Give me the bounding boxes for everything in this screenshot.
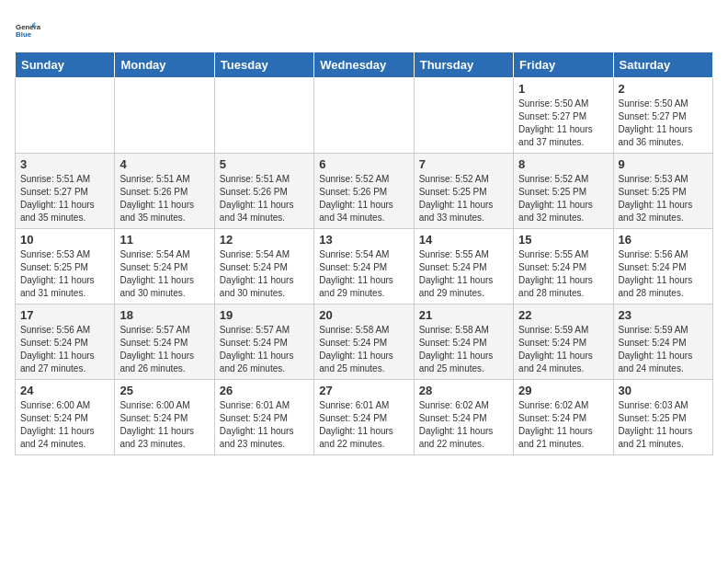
calendar-day-cell: 27Sunrise: 6:01 AM Sunset: 5:24 PM Dayli… xyxy=(314,380,414,455)
calendar-day-cell: 10Sunrise: 5:53 AM Sunset: 5:25 PM Dayli… xyxy=(16,229,115,304)
calendar-day-cell: 2Sunrise: 5:50 AM Sunset: 5:27 PM Daylig… xyxy=(613,78,712,154)
day-number: 30 xyxy=(619,384,708,397)
day-info: Sunrise: 6:02 AM Sunset: 5:24 PM Dayligh… xyxy=(419,399,508,451)
calendar-day-cell: 13Sunrise: 5:54 AM Sunset: 5:24 PM Dayli… xyxy=(314,229,414,304)
calendar-header-row: SundayMondayTuesdayWednesdayThursdayFrid… xyxy=(16,52,713,78)
day-number: 18 xyxy=(119,308,209,322)
day-info: Sunrise: 6:02 AM Sunset: 5:24 PM Dayligh… xyxy=(518,399,608,451)
day-number: 25 xyxy=(119,384,209,397)
calendar-day-cell xyxy=(115,78,214,154)
day-number: 22 xyxy=(518,308,608,322)
day-number: 15 xyxy=(518,233,608,247)
logo: General Blue xyxy=(15,15,44,40)
svg-text:Blue: Blue xyxy=(16,30,32,39)
calendar-day-cell: 28Sunrise: 6:02 AM Sunset: 5:24 PM Dayli… xyxy=(414,380,513,455)
day-info: Sunrise: 5:59 AM Sunset: 5:24 PM Dayligh… xyxy=(518,324,608,375)
day-number: 6 xyxy=(319,157,408,171)
day-number: 19 xyxy=(220,308,309,322)
calendar-day-cell xyxy=(214,78,313,154)
day-number: 17 xyxy=(20,308,109,322)
calendar-day-cell xyxy=(414,78,513,154)
calendar-week-row: 1Sunrise: 5:50 AM Sunset: 5:27 PM Daylig… xyxy=(16,78,713,154)
day-info: Sunrise: 5:56 AM Sunset: 5:24 PM Dayligh… xyxy=(20,324,109,375)
day-number: 3 xyxy=(20,157,109,171)
weekday-header: Tuesday xyxy=(214,52,313,78)
day-info: Sunrise: 5:53 AM Sunset: 5:25 PM Dayligh… xyxy=(20,248,109,300)
calendar-day-cell: 24Sunrise: 6:00 AM Sunset: 5:24 PM Dayli… xyxy=(16,380,115,455)
calendar-day-cell: 16Sunrise: 5:56 AM Sunset: 5:24 PM Dayli… xyxy=(613,229,712,304)
calendar-day-cell: 19Sunrise: 5:57 AM Sunset: 5:24 PM Dayli… xyxy=(214,304,313,380)
day-number: 14 xyxy=(419,233,508,247)
weekday-header: Monday xyxy=(115,52,214,78)
day-number: 13 xyxy=(319,233,408,247)
calendar-week-row: 10Sunrise: 5:53 AM Sunset: 5:25 PM Dayli… xyxy=(16,229,713,304)
day-number: 23 xyxy=(619,308,708,322)
weekday-header: Saturday xyxy=(613,52,712,78)
weekday-header: Friday xyxy=(514,52,613,78)
calendar-day-cell: 6Sunrise: 5:52 AM Sunset: 5:26 PM Daylig… xyxy=(314,154,414,229)
day-number: 11 xyxy=(119,233,209,247)
calendar-week-row: 24Sunrise: 6:00 AM Sunset: 5:24 PM Dayli… xyxy=(16,380,713,455)
page-header: General Blue xyxy=(15,15,713,40)
calendar-day-cell: 20Sunrise: 5:58 AM Sunset: 5:24 PM Dayli… xyxy=(314,304,414,380)
day-number: 29 xyxy=(518,384,608,397)
day-info: Sunrise: 5:56 AM Sunset: 5:24 PM Dayligh… xyxy=(619,248,708,300)
calendar-day-cell: 9Sunrise: 5:53 AM Sunset: 5:25 PM Daylig… xyxy=(613,154,712,229)
day-info: Sunrise: 5:57 AM Sunset: 5:24 PM Dayligh… xyxy=(220,324,309,375)
day-info: Sunrise: 5:52 AM Sunset: 5:25 PM Dayligh… xyxy=(419,173,508,224)
day-info: Sunrise: 6:01 AM Sunset: 5:24 PM Dayligh… xyxy=(319,399,408,451)
calendar-week-row: 3Sunrise: 5:51 AM Sunset: 5:27 PM Daylig… xyxy=(16,154,713,229)
calendar-day-cell: 4Sunrise: 5:51 AM Sunset: 5:26 PM Daylig… xyxy=(115,154,214,229)
day-info: Sunrise: 5:55 AM Sunset: 5:24 PM Dayligh… xyxy=(518,248,608,300)
day-number: 16 xyxy=(619,233,708,247)
calendar-day-cell: 26Sunrise: 6:01 AM Sunset: 5:24 PM Dayli… xyxy=(214,380,313,455)
calendar-day-cell: 22Sunrise: 5:59 AM Sunset: 5:24 PM Dayli… xyxy=(514,304,613,380)
day-number: 24 xyxy=(20,384,109,397)
day-info: Sunrise: 5:50 AM Sunset: 5:27 PM Dayligh… xyxy=(619,98,708,149)
day-number: 28 xyxy=(419,384,508,397)
calendar-day-cell xyxy=(314,78,414,154)
calendar-day-cell xyxy=(16,78,115,154)
day-info: Sunrise: 6:00 AM Sunset: 5:24 PM Dayligh… xyxy=(20,399,109,451)
day-number: 20 xyxy=(319,308,408,322)
day-info: Sunrise: 5:51 AM Sunset: 5:26 PM Dayligh… xyxy=(119,173,209,224)
day-info: Sunrise: 5:58 AM Sunset: 5:24 PM Dayligh… xyxy=(419,324,508,375)
day-number: 12 xyxy=(220,233,309,247)
calendar-day-cell: 30Sunrise: 6:03 AM Sunset: 5:25 PM Dayli… xyxy=(613,380,712,455)
day-number: 21 xyxy=(419,308,508,322)
calendar-day-cell: 15Sunrise: 5:55 AM Sunset: 5:24 PM Dayli… xyxy=(514,229,613,304)
calendar-day-cell: 5Sunrise: 5:51 AM Sunset: 5:26 PM Daylig… xyxy=(214,154,313,229)
calendar-day-cell: 23Sunrise: 5:59 AM Sunset: 5:24 PM Dayli… xyxy=(613,304,712,380)
day-info: Sunrise: 5:57 AM Sunset: 5:24 PM Dayligh… xyxy=(119,324,209,375)
calendar-day-cell: 8Sunrise: 5:52 AM Sunset: 5:25 PM Daylig… xyxy=(514,154,613,229)
calendar-day-cell: 25Sunrise: 6:00 AM Sunset: 5:24 PM Dayli… xyxy=(115,380,214,455)
calendar-day-cell: 1Sunrise: 5:50 AM Sunset: 5:27 PM Daylig… xyxy=(514,78,613,154)
day-info: Sunrise: 5:54 AM Sunset: 5:24 PM Dayligh… xyxy=(319,248,408,300)
calendar-day-cell: 14Sunrise: 5:55 AM Sunset: 5:24 PM Dayli… xyxy=(414,229,513,304)
day-info: Sunrise: 5:51 AM Sunset: 5:26 PM Dayligh… xyxy=(220,173,309,224)
day-info: Sunrise: 5:54 AM Sunset: 5:24 PM Dayligh… xyxy=(220,248,309,300)
day-number: 10 xyxy=(20,233,109,247)
day-number: 1 xyxy=(518,82,608,96)
calendar-day-cell: 11Sunrise: 5:54 AM Sunset: 5:24 PM Dayli… xyxy=(115,229,214,304)
day-info: Sunrise: 5:59 AM Sunset: 5:24 PM Dayligh… xyxy=(619,324,708,375)
logo-icon: General Blue xyxy=(15,15,40,40)
calendar-table: SundayMondayTuesdayWednesdayThursdayFrid… xyxy=(15,52,713,455)
day-number: 9 xyxy=(619,157,708,171)
calendar-day-cell: 21Sunrise: 5:58 AM Sunset: 5:24 PM Dayli… xyxy=(414,304,513,380)
day-number: 26 xyxy=(220,384,309,397)
day-info: Sunrise: 5:53 AM Sunset: 5:25 PM Dayligh… xyxy=(619,173,708,224)
day-info: Sunrise: 6:03 AM Sunset: 5:25 PM Dayligh… xyxy=(619,399,708,451)
weekday-header: Sunday xyxy=(16,52,115,78)
day-info: Sunrise: 5:50 AM Sunset: 5:27 PM Dayligh… xyxy=(518,98,608,149)
day-number: 7 xyxy=(419,157,508,171)
day-info: Sunrise: 6:00 AM Sunset: 5:24 PM Dayligh… xyxy=(119,399,209,451)
day-number: 2 xyxy=(619,82,708,96)
day-number: 4 xyxy=(119,157,209,171)
day-info: Sunrise: 5:51 AM Sunset: 5:27 PM Dayligh… xyxy=(20,173,109,224)
day-info: Sunrise: 5:55 AM Sunset: 5:24 PM Dayligh… xyxy=(419,248,508,300)
day-info: Sunrise: 5:54 AM Sunset: 5:24 PM Dayligh… xyxy=(119,248,209,300)
weekday-header: Wednesday xyxy=(314,52,414,78)
calendar-day-cell: 3Sunrise: 5:51 AM Sunset: 5:27 PM Daylig… xyxy=(16,154,115,229)
calendar-day-cell: 12Sunrise: 5:54 AM Sunset: 5:24 PM Dayli… xyxy=(214,229,313,304)
